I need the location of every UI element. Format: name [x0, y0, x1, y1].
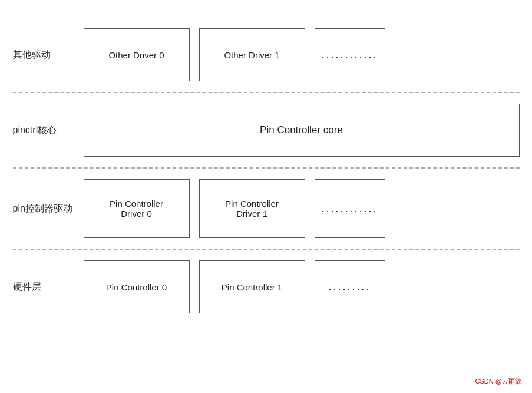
pin-controller-driver-label: pin控制器驱动: [13, 203, 84, 215]
pin-controller-0-box: Pin Controller 0: [84, 260, 190, 313]
pinctrl-core-content: Pin Controller core: [84, 104, 520, 157]
other-drivers-layer: 其他驱动 Other Driver 0 Other Driver 1 .....…: [13, 18, 520, 92]
pinctrl-core-label: pinctrl核心: [13, 124, 84, 137]
pin-controller-driver-1-box: Pin Controller Driver 1: [199, 179, 305, 238]
hardware-dots-box: .........: [315, 260, 385, 313]
other-driver-1-box: Other Driver 1: [199, 28, 305, 81]
watermark: CSDN @云雨欲: [475, 377, 521, 386]
pinctrl-core-layer: pinctrl核心 Pin Controller core: [13, 93, 520, 167]
pin-controller-driver-dots-box: ............: [315, 179, 385, 238]
pin-controller-core-box: Pin Controller core: [84, 104, 520, 157]
pin-controller-driver-content: Pin Controller Driver 0 Pin Controller D…: [84, 179, 520, 238]
pin-controller-driver-0-box: Pin Controller Driver 0: [84, 179, 190, 238]
hardware-content: Pin Controller 0 Pin Controller 1 ......…: [84, 260, 520, 313]
other-drivers-label: 其他驱动: [13, 49, 84, 61]
architecture-diagram: 其他驱动 Other Driver 0 Other Driver 1 .....…: [13, 18, 520, 324]
pin-controller-driver-layer: pin控制器驱动 Pin Controller Driver 0 Pin Con…: [13, 169, 520, 249]
other-driver-dots-box: ............: [315, 28, 385, 81]
other-drivers-content: Other Driver 0 Other Driver 1 ..........…: [84, 28, 520, 81]
hardware-label: 硬件层: [13, 281, 84, 293]
pin-controller-1-box: Pin Controller 1: [199, 260, 305, 313]
other-driver-0-box: Other Driver 0: [84, 28, 190, 81]
hardware-layer: 硬件层 Pin Controller 0 Pin Controller 1 ..…: [13, 250, 520, 324]
